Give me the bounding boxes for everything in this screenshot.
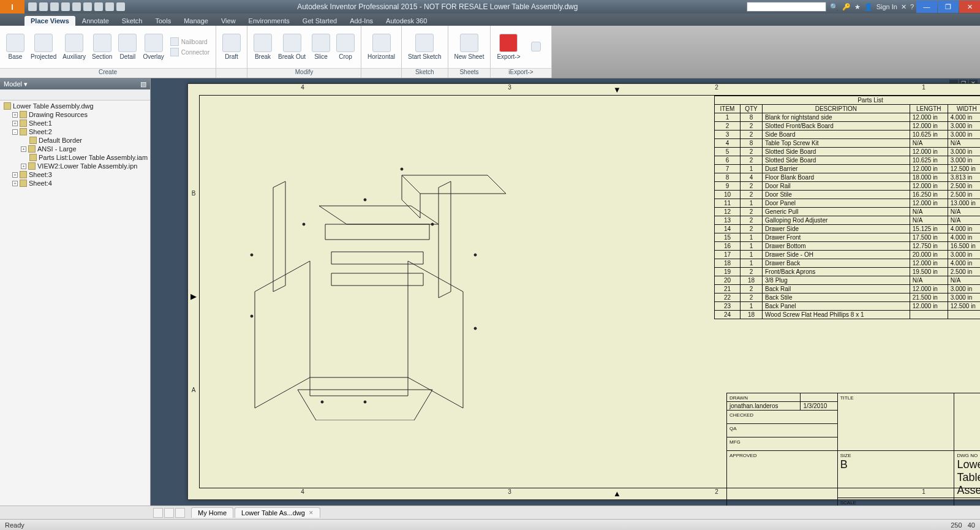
parts-list-row[interactable]: 20183/8 PlugN/AN/AN/A — [715, 276, 981, 285]
expand-toggle[interactable]: + — [12, 181, 18, 186]
exchange-icon[interactable]: ✕ — [901, 3, 907, 11]
parts-list-row[interactable]: 102Door Stile16.250 in2.500 in0.750 in — [715, 191, 981, 199]
base-button[interactable]: Base — [4, 32, 27, 61]
browser-toolbar[interactable] — [0, 89, 150, 100]
expand-toggle[interactable]: + — [21, 146, 26, 152]
parts-list-row[interactable]: 2418Wood Screw Flat Head Phillips 8 x 1 — [715, 311, 981, 319]
overlay-button[interactable]: Overlay — [140, 32, 166, 61]
parts-list-row[interactable]: 151Drawer Front17.500 in4.000 in0.750 in — [715, 233, 981, 242]
crop-button[interactable]: Crop — [334, 32, 357, 61]
parts-list-row[interactable]: 192Front/Back Aprons19.500 in2.500 in0.7… — [715, 268, 981, 276]
quick-access-toolbar[interactable] — [24, 2, 129, 11]
qat-save-icon[interactable] — [50, 2, 59, 11]
ribbon-tab-get-started[interactable]: Get Started — [296, 16, 343, 26]
parts-list-row[interactable]: 32Side Board10.625 in3.000 in0.750 in — [715, 131, 981, 139]
ribbon-tab-autodesk-360[interactable]: Autodesk 360 — [380, 16, 433, 26]
qat-select-icon[interactable] — [83, 2, 92, 11]
auxiliary-button[interactable]: Auxiliary — [60, 32, 88, 61]
draft-button[interactable]: Draft — [220, 32, 243, 61]
break-out-button[interactable]: Break Out — [276, 32, 308, 61]
horizontal-button[interactable]: Horizontal — [365, 32, 398, 61]
ribbon-tab-manage[interactable]: Manage — [178, 16, 214, 26]
browser-header[interactable]: Model ▾ ▧ — [0, 78, 150, 89]
parts-list-table[interactable]: Parts ListITEMQTYDESCRIPTIONLENGTHWIDTHT… — [714, 96, 980, 319]
parts-list-row[interactable]: 142Drawer Side15.125 in4.000 in0.750 in — [715, 225, 981, 233]
qat-redo-icon[interactable] — [72, 2, 81, 11]
parts-list-row[interactable]: 71Dust Barrier12.000 in12.500 in0.250 in — [715, 165, 981, 173]
break-button[interactable]: Break — [251, 32, 274, 61]
expand-toggle[interactable]: + — [12, 121, 18, 126]
close-button[interactable]: ✕ — [959, 1, 980, 13]
parts-list-row[interactable]: 52Slotted Side Board12.000 in3.000 in0.7… — [715, 148, 981, 156]
tree-node[interactable]: +Sheet:1 — [2, 119, 150, 127]
ribbon-tab-add-ins[interactable]: Add-Ins — [344, 16, 379, 26]
tree-node[interactable]: +Sheet:4 — [2, 179, 150, 187]
tree-node[interactable]: +Sheet:3 — [2, 170, 150, 179]
parts-list-row[interactable]: 181Drawer Back12.000 in4.000 in0.750 in — [715, 259, 981, 268]
expand-toggle[interactable]: + — [21, 164, 26, 169]
parts-list-row[interactable]: 122Generic PullN/AN/AN/A — [715, 208, 981, 216]
ribbon-tab-view[interactable]: View — [215, 16, 242, 26]
star-icon[interactable]: ★ — [854, 3, 861, 11]
ribbon-tab-sketch[interactable]: Sketch — [116, 16, 149, 26]
qat-new-icon[interactable] — [28, 2, 37, 11]
doc-tab-drawing[interactable]: Lower Table As...dwg✕ — [235, 507, 320, 518]
ribbon-tab-tools[interactable]: Tools — [149, 16, 177, 26]
tile-icon[interactable] — [153, 508, 163, 518]
parts-list-row[interactable]: 212Back Rail12.000 in3.000 in0.750 in — [715, 285, 981, 293]
start-sketch-button[interactable]: Start Sketch — [405, 32, 443, 61]
maximize-button[interactable]: ❐ — [938, 1, 959, 13]
parts-list-row[interactable]: 222Back Stile21.500 in3.000 in0.750 in — [715, 293, 981, 302]
drawing-canvas[interactable]: — ❐ ✕ 4321 4321 BA BA ▼ ▲ ▶ ◀ — [151, 78, 980, 505]
tree-node[interactable]: -Sheet:2 — [2, 127, 150, 136]
tree-root[interactable]: Lower Table Assembly.dwg — [2, 102, 150, 110]
tree-node[interactable]: +ANSI - Large — [2, 145, 150, 153]
new-sheet-button[interactable]: New Sheet — [452, 32, 487, 61]
parts-list-row[interactable]: 132Galloping Rod AdjusterN/AN/AN/A — [715, 216, 981, 225]
parts-list-row[interactable]: 18Blank for nightstand side12.000 in4.00… — [715, 113, 981, 122]
ribbon-tab-environments[interactable]: Environments — [243, 16, 296, 26]
parts-list-row[interactable]: 84Floor Blank Board18.000 in3.813 in0.75… — [715, 173, 981, 182]
minimize-button[interactable]: — — [916, 1, 937, 13]
qat-undo-icon[interactable] — [61, 2, 70, 11]
qat-appearance-icon[interactable] — [105, 2, 114, 11]
user-icon[interactable]: 👤 — [864, 3, 873, 11]
key-icon[interactable]: 🔑 — [842, 3, 851, 11]
parts-list-row[interactable]: 48Table Top Screw KitN/AN/AN/A — [715, 139, 981, 148]
parts-list-row[interactable]: 22Slotted Front/Back Board12.000 in3.000… — [715, 122, 981, 131]
infocenter-search[interactable] — [747, 2, 826, 12]
expand-toggle[interactable]: + — [12, 172, 18, 178]
expand-toggle[interactable]: - — [12, 129, 18, 135]
detail-button[interactable]: Detail — [116, 32, 139, 61]
qat-more-icon[interactable] — [116, 2, 125, 11]
expand-toggle[interactable]: + — [12, 112, 18, 118]
signin-link[interactable]: Sign In — [876, 3, 897, 10]
tree-node[interactable]: +VIEW2:Lower Table Assembly.ipn — [2, 162, 150, 170]
search-icon[interactable]: 🔍 — [830, 3, 839, 11]
projected-button[interactable]: Projected — [28, 32, 59, 61]
browser-options-icon[interactable]: ▧ — [140, 80, 146, 88]
tile-icon[interactable] — [164, 508, 174, 518]
app-logo[interactable]: I — [0, 0, 24, 13]
close-icon[interactable]: ✕ — [309, 510, 314, 516]
qat-open-icon[interactable] — [39, 2, 48, 11]
export-options-button[interactable] — [524, 40, 548, 54]
slice-button[interactable]: Slice — [309, 32, 333, 61]
ribbon-tab-annotate[interactable]: Annotate — [76, 16, 115, 26]
parts-list-row[interactable]: 161Drawer Bottom12.750 in16.500 in0.250 … — [715, 242, 981, 251]
exploded-view[interactable] — [218, 132, 512, 420]
tree-node[interactable]: Default Border — [2, 136, 150, 145]
parts-list-row[interactable]: 171Drawer Side - OH20.000 in3.000 in0.75… — [715, 251, 981, 259]
doc-tab-home[interactable]: My Home — [191, 507, 233, 518]
parts-list-row[interactable]: 111Door Panel12.000 in13.000 in0.250 in — [715, 199, 981, 208]
export-button[interactable]: Export-> — [494, 32, 522, 61]
drawing-sheet[interactable]: 4321 4321 BA BA ▼ ▲ ▶ ◀ — [187, 83, 980, 500]
parts-list-row[interactable]: 92Door Rail12.000 in2.500 in0.750 in — [715, 182, 981, 191]
tree-node[interactable]: Parts List:Lower Table Assembly.iam — [2, 153, 150, 162]
tile-icon[interactable] — [175, 508, 185, 518]
section-button[interactable]: Section — [89, 32, 115, 61]
help-icon[interactable]: ? — [910, 3, 914, 10]
qat-material-icon[interactable] — [94, 2, 103, 11]
parts-list-row[interactable]: 231Back Panel12.000 in12.500 in0.250 in — [715, 302, 981, 311]
parts-list-row[interactable]: 62Slotted Side Board10.625 in3.000 in0.7… — [715, 156, 981, 165]
